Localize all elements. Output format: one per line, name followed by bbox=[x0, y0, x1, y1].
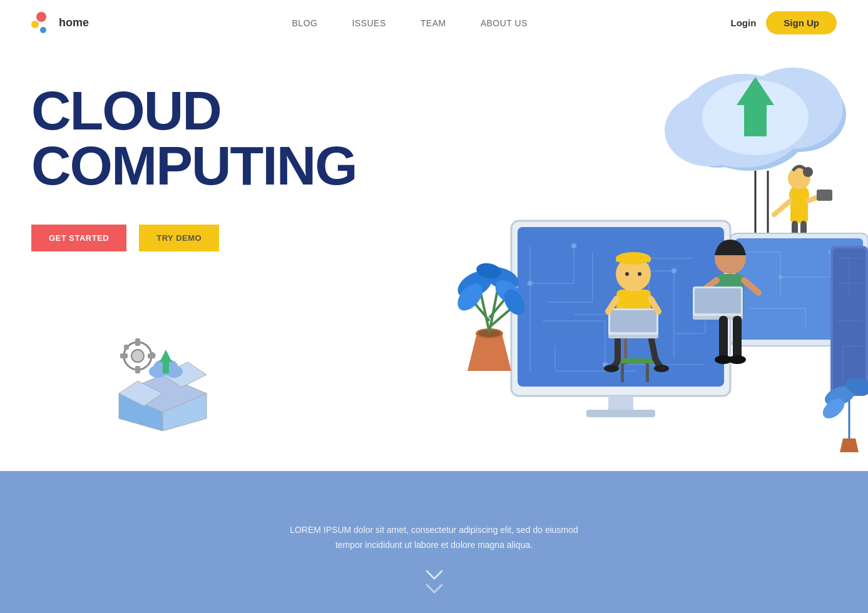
signup-button[interactable]: Sign Up bbox=[766, 11, 837, 34]
main-illustration bbox=[305, 46, 868, 471]
svg-rect-26 bbox=[744, 105, 767, 136]
svg-rect-71 bbox=[586, 410, 655, 417]
nav: BLOG ISSUES TEAM ABOUT US bbox=[292, 18, 528, 28]
svg-point-106 bbox=[625, 272, 629, 276]
hero-buttons: GET STARTED TRY DEMO bbox=[31, 225, 357, 251]
svg-point-6 bbox=[131, 350, 144, 362]
svg-rect-8 bbox=[135, 366, 140, 373]
login-button[interactable]: Login bbox=[730, 18, 756, 28]
svg-rect-113 bbox=[695, 288, 741, 313]
deco-box bbox=[106, 331, 219, 433]
svg-rect-92 bbox=[621, 363, 624, 382]
svg-rect-99 bbox=[610, 310, 656, 332]
deco-illustration bbox=[106, 331, 219, 431]
svg-rect-91 bbox=[618, 358, 655, 363]
svg-rect-17 bbox=[163, 362, 169, 373]
chevron-down-icon-2 bbox=[425, 583, 444, 594]
try-demo-button[interactable]: TRY DEMO bbox=[139, 225, 219, 251]
svg-rect-116 bbox=[733, 316, 742, 360]
svg-rect-70 bbox=[608, 396, 633, 412]
scroll-chevrons bbox=[425, 569, 444, 594]
hero-title-line2: COMPUTING bbox=[31, 138, 357, 193]
svg-marker-16 bbox=[160, 350, 172, 362]
header: home BLOG ISSUES TEAM ABOUT US Login Sig… bbox=[0, 0, 868, 46]
chevron-down-icon-1 bbox=[425, 569, 444, 580]
svg-rect-105 bbox=[616, 257, 651, 262]
logo-icon bbox=[31, 12, 54, 34]
hero-title-line1: CLOUD bbox=[31, 83, 357, 138]
svg-point-118 bbox=[728, 355, 746, 364]
svg-point-95 bbox=[604, 365, 619, 372]
svg-line-123 bbox=[474, 302, 489, 321]
nav-team[interactable]: TEAM bbox=[421, 18, 446, 28]
svg-point-65 bbox=[571, 243, 576, 248]
svg-line-39 bbox=[774, 201, 790, 215]
svg-rect-115 bbox=[719, 316, 728, 360]
svg-rect-41 bbox=[817, 190, 832, 201]
hero-left: CLOUD COMPUTING GET STARTED TRY DEMO bbox=[31, 83, 357, 251]
footer-section: LOREM IPSUM dolor sit amet, consectetur … bbox=[0, 471, 868, 613]
get-started-button[interactable]: GET STARTED bbox=[31, 225, 126, 251]
svg-point-80 bbox=[779, 275, 782, 279]
footer-text: LOREM IPSUM dolor sit amet, consectetur … bbox=[278, 523, 591, 553]
hero-title: CLOUD COMPUTING bbox=[31, 83, 357, 193]
logo-area[interactable]: home bbox=[31, 12, 89, 34]
svg-rect-93 bbox=[646, 363, 649, 382]
svg-point-67 bbox=[671, 268, 677, 273]
header-actions: Login Sign Up bbox=[730, 11, 837, 34]
svg-rect-11 bbox=[124, 345, 129, 350]
svg-point-96 bbox=[654, 365, 669, 372]
logo-text: home bbox=[59, 16, 89, 29]
svg-point-64 bbox=[528, 281, 533, 286]
nav-blog[interactable]: BLOG bbox=[292, 18, 318, 28]
svg-rect-100 bbox=[608, 335, 658, 338]
nav-about[interactable]: ABOUT US bbox=[481, 18, 528, 28]
svg-rect-7 bbox=[135, 338, 140, 346]
svg-point-107 bbox=[638, 272, 641, 276]
svg-rect-9 bbox=[120, 353, 128, 358]
hero-section: CLOUD COMPUTING GET STARTED TRY DEMO bbox=[0, 46, 868, 471]
svg-rect-38 bbox=[790, 195, 808, 223]
nav-issues[interactable]: ISSUES bbox=[352, 18, 385, 28]
